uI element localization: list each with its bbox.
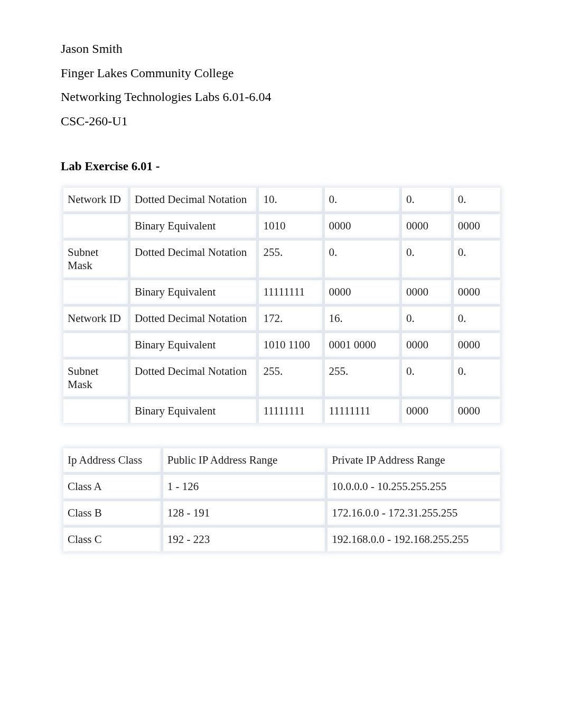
octet-cell: 0000 xyxy=(454,333,500,357)
octet-cell: 0. xyxy=(402,307,451,330)
row-label-cell xyxy=(63,333,128,357)
table-row: Subnet Mask Dotted Decimal Notation 255.… xyxy=(63,241,500,278)
document-header: Jason Smith Finger Lakes Community Colle… xyxy=(61,37,503,133)
author-name: Jason Smith xyxy=(61,37,503,61)
course-title: Networking Technologies Labs 6.01-6.04 xyxy=(61,85,503,109)
octet-cell: 0000 xyxy=(402,333,451,357)
public-range-cell: 128 - 191 xyxy=(163,501,325,525)
octet-cell: 11111111 xyxy=(325,399,399,423)
lab-exercise-title: Lab Exercise 6.01 - xyxy=(61,160,503,173)
table-row: Binary Equivalent 11111111 11111111 0000… xyxy=(63,399,500,423)
table-row: Network ID Dotted Decimal Notation 10. 0… xyxy=(63,188,500,211)
table-row: Network ID Dotted Decimal Notation 172. … xyxy=(63,307,500,330)
octet-cell: 16. xyxy=(325,307,399,330)
octet-cell: 0000 xyxy=(454,399,500,423)
octet-cell: 0000 xyxy=(325,280,399,304)
ip-class-cell: Class C xyxy=(63,528,161,551)
notation-type-cell: Dotted Decimal Notation xyxy=(130,307,256,330)
ip-class-header: Ip Address Class xyxy=(63,448,161,472)
octet-cell: 0000 xyxy=(402,280,451,304)
notation-type-cell: Dotted Decimal Notation xyxy=(130,241,256,278)
octet-cell: 0. xyxy=(454,241,500,278)
octet-cell: 0. xyxy=(402,188,451,211)
table-row: Binary Equivalent 1010 1100 0001 0000 00… xyxy=(63,333,500,357)
public-range-cell: 192 - 223 xyxy=(163,528,325,551)
table-row: Ip Address Class Public IP Address Range… xyxy=(63,448,500,472)
octet-cell: 0. xyxy=(325,241,399,278)
octet-cell: 0. xyxy=(402,360,451,397)
row-label-cell xyxy=(63,214,128,238)
octet-cell: 0000 xyxy=(454,280,500,304)
octet-cell: 0. xyxy=(402,241,451,278)
private-range-cell: 10.0.0.0 - 10.255.255.255 xyxy=(328,475,500,499)
octet-cell: 0. xyxy=(454,360,500,397)
course-code: CSC-260-U1 xyxy=(61,109,503,134)
table-row: Class A 1 - 126 10.0.0.0 - 10.255.255.25… xyxy=(63,475,500,499)
institution-name: Finger Lakes Community College xyxy=(61,61,503,86)
octet-cell: 255. xyxy=(325,360,399,397)
octet-cell: 0. xyxy=(454,307,500,330)
table-row: Class B 128 - 191 172.16.0.0 - 172.31.25… xyxy=(63,501,500,525)
octet-cell: 0001 0000 xyxy=(325,333,399,357)
row-label-cell: Network ID xyxy=(63,307,128,330)
ip-class-cell: Class B xyxy=(63,501,161,525)
octet-cell: 1010 xyxy=(259,214,322,238)
row-label-cell: Subnet Mask xyxy=(63,241,128,278)
octet-cell: 255. xyxy=(259,241,322,278)
ip-class-cell: Class A xyxy=(63,475,161,499)
octet-cell: 11111111 xyxy=(259,280,322,304)
octet-cell: 10. xyxy=(259,188,322,211)
row-label-cell: Network ID xyxy=(63,188,128,211)
octet-cell: 255. xyxy=(259,360,322,397)
octet-cell: 1010 1100 xyxy=(259,333,322,357)
octet-cell: 172. xyxy=(259,307,322,330)
table-row: Subnet Mask Dotted Decimal Notation 255.… xyxy=(63,360,500,397)
private-range-header: Private IP Address Range xyxy=(328,448,500,472)
octet-cell: 11111111 xyxy=(259,399,322,423)
row-label-cell xyxy=(63,280,128,304)
notation-type-cell: Binary Equivalent xyxy=(130,280,256,304)
ip-class-table: Ip Address Class Public IP Address Range… xyxy=(61,446,503,554)
notation-type-cell: Binary Equivalent xyxy=(130,399,256,423)
notation-type-cell: Dotted Decimal Notation xyxy=(130,188,256,211)
notation-type-cell: Binary Equivalent xyxy=(130,214,256,238)
notation-type-cell: Dotted Decimal Notation xyxy=(130,360,256,397)
private-range-cell: 192.168.0.0 - 192.168.255.255 xyxy=(328,528,500,551)
table-row: Binary Equivalent 1010 0000 0000 0000 xyxy=(63,214,500,238)
public-range-cell: 1 - 126 xyxy=(163,475,325,499)
octet-cell: 0000 xyxy=(402,214,451,238)
row-label-cell: Subnet Mask xyxy=(63,360,128,397)
table-row: Class C 192 - 223 192.168.0.0 - 192.168.… xyxy=(63,528,500,551)
network-subnet-table: Network ID Dotted Decimal Notation 10. 0… xyxy=(61,185,503,426)
octet-cell: 0000 xyxy=(325,214,399,238)
octet-cell: 0000 xyxy=(402,399,451,423)
octet-cell: 0. xyxy=(325,188,399,211)
table-row: Binary Equivalent 11111111 0000 0000 000… xyxy=(63,280,500,304)
octet-cell: 0000 xyxy=(454,214,500,238)
row-label-cell xyxy=(63,399,128,423)
notation-type-cell: Binary Equivalent xyxy=(130,333,256,357)
private-range-cell: 172.16.0.0 - 172.31.255.255 xyxy=(328,501,500,525)
octet-cell: 0. xyxy=(454,188,500,211)
public-range-header: Public IP Address Range xyxy=(163,448,325,472)
